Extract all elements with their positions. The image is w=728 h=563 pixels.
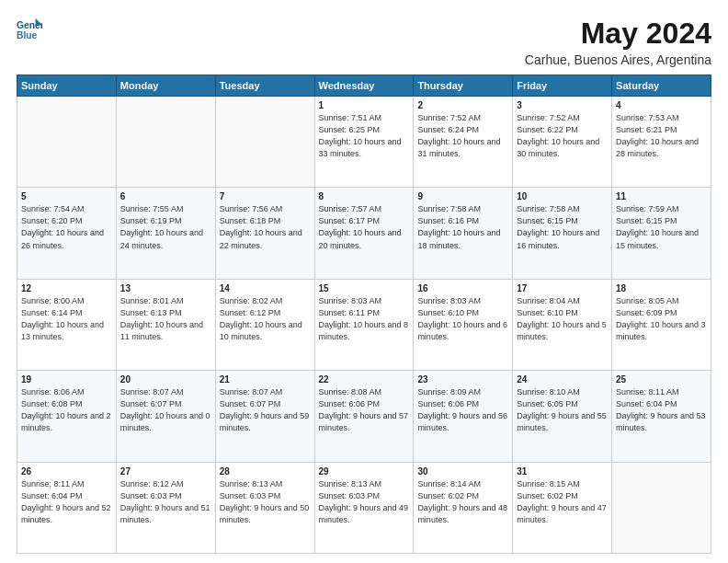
- sunset-text: Sunset: 6:24 PM: [417, 125, 479, 134]
- day-number: 21: [220, 374, 311, 385]
- daylight-text: Daylight: 10 hours and 26 minutes.: [21, 228, 104, 249]
- sunset-text: Sunset: 6:18 PM: [220, 216, 281, 225]
- sunrise-text: Sunrise: 8:12 AM: [120, 479, 184, 488]
- cell-w4-d1: 19 Sunrise: 8:06 AM Sunset: 6:08 PM Dayl…: [17, 371, 117, 462]
- day-info: Sunrise: 7:59 AM Sunset: 6:15 PM Dayligh…: [616, 203, 707, 251]
- day-info: Sunrise: 8:10 AM Sunset: 6:05 PM Dayligh…: [517, 386, 608, 434]
- cell-w1-d6: 3 Sunrise: 7:52 AM Sunset: 6:22 PM Dayli…: [513, 97, 612, 188]
- cell-w1-d2: [116, 97, 215, 188]
- cell-w4-d3: 21 Sunrise: 8:07 AM Sunset: 6:07 PM Dayl…: [215, 371, 314, 462]
- sunset-text: Sunset: 6:11 PM: [319, 308, 381, 317]
- sunrise-text: Sunrise: 7:58 AM: [517, 204, 580, 213]
- sunrise-text: Sunrise: 7:52 AM: [517, 113, 580, 122]
- day-info: Sunrise: 8:15 AM Sunset: 6:02 PM Dayligh…: [517, 478, 608, 526]
- daylight-text: Daylight: 10 hours and 30 minutes.: [517, 137, 599, 158]
- sunrise-text: Sunrise: 7:53 AM: [616, 113, 679, 122]
- sunrise-text: Sunrise: 7:52 AM: [417, 113, 481, 122]
- sunrise-text: Sunrise: 8:14 AM: [417, 479, 481, 488]
- day-number: 8: [319, 191, 410, 201]
- week-row-2: 5 Sunrise: 7:54 AM Sunset: 6:20 PM Dayli…: [17, 188, 711, 279]
- sunrise-text: Sunrise: 8:03 AM: [319, 296, 382, 305]
- day-info: Sunrise: 8:00 AM Sunset: 6:14 PM Dayligh…: [21, 295, 112, 343]
- day-number: 14: [220, 283, 311, 293]
- daylight-text: Daylight: 10 hours and 5 minutes.: [517, 320, 607, 341]
- cell-w1-d3: [215, 97, 314, 188]
- day-info: Sunrise: 8:05 AM Sunset: 6:09 PM Dayligh…: [616, 295, 707, 343]
- cell-w4-d2: 20 Sunrise: 8:07 AM Sunset: 6:07 PM Dayl…: [116, 371, 215, 462]
- week-row-4: 19 Sunrise: 8:06 AM Sunset: 6:08 PM Dayl…: [17, 371, 711, 462]
- sunset-text: Sunset: 6:22 PM: [517, 125, 578, 134]
- daylight-text: Daylight: 9 hours and 49 minutes.: [319, 503, 409, 524]
- sunrise-text: Sunrise: 8:13 AM: [319, 479, 382, 488]
- day-info: Sunrise: 8:13 AM Sunset: 6:03 PM Dayligh…: [319, 478, 410, 526]
- cell-w1-d7: 4 Sunrise: 7:53 AM Sunset: 6:21 PM Dayli…: [612, 97, 711, 188]
- day-info: Sunrise: 8:08 AM Sunset: 6:06 PM Dayligh…: [319, 386, 410, 434]
- day-number: 18: [616, 283, 707, 293]
- daylight-text: Daylight: 10 hours and 11 minutes.: [120, 320, 203, 341]
- col-friday: Friday: [513, 75, 612, 97]
- cell-w2-d2: 6 Sunrise: 7:55 AM Sunset: 6:19 PM Dayli…: [116, 188, 215, 279]
- sunrise-text: Sunrise: 7:51 AM: [319, 113, 382, 122]
- sunrise-text: Sunrise: 7:59 AM: [616, 204, 679, 213]
- daylight-text: Daylight: 9 hours and 53 minutes.: [616, 411, 706, 432]
- calendar-header-row: Sunday Monday Tuesday Wednesday Thursday…: [17, 75, 711, 97]
- sunset-text: Sunset: 6:14 PM: [21, 308, 83, 317]
- logo: General Blue: [17, 17, 42, 42]
- day-info: Sunrise: 7:53 AM Sunset: 6:21 PM Dayligh…: [616, 112, 707, 160]
- cell-w3-d1: 12 Sunrise: 8:00 AM Sunset: 6:14 PM Dayl…: [17, 279, 117, 370]
- day-info: Sunrise: 8:06 AM Sunset: 6:08 PM Dayligh…: [21, 386, 112, 434]
- day-number: 3: [517, 100, 608, 110]
- day-info: Sunrise: 7:52 AM Sunset: 6:22 PM Dayligh…: [517, 112, 608, 160]
- daylight-text: Daylight: 10 hours and 10 minutes.: [220, 320, 302, 341]
- daylight-text: Daylight: 10 hours and 22 minutes.: [220, 228, 302, 249]
- cell-w1-d1: [17, 97, 117, 188]
- sunrise-text: Sunrise: 8:15 AM: [517, 479, 580, 488]
- sunset-text: Sunset: 6:15 PM: [616, 216, 677, 225]
- day-info: Sunrise: 7:58 AM Sunset: 6:16 PM Dayligh…: [417, 203, 508, 251]
- cell-w1-d4: 1 Sunrise: 7:51 AM Sunset: 6:25 PM Dayli…: [314, 97, 414, 188]
- day-number: 13: [120, 283, 211, 293]
- daylight-text: Daylight: 10 hours and 6 minutes.: [417, 320, 507, 341]
- day-info: Sunrise: 7:56 AM Sunset: 6:18 PM Dayligh…: [220, 203, 311, 251]
- day-info: Sunrise: 7:55 AM Sunset: 6:19 PM Dayligh…: [120, 203, 211, 251]
- calendar-table: Sunday Monday Tuesday Wednesday Thursday…: [17, 75, 711, 554]
- logo-icon: General Blue: [17, 17, 42, 42]
- sunset-text: Sunset: 6:09 PM: [616, 308, 677, 317]
- day-number: 16: [417, 283, 508, 293]
- sunset-text: Sunset: 6:21 PM: [616, 125, 677, 134]
- daylight-text: Daylight: 10 hours and 2 minutes.: [21, 411, 111, 432]
- day-info: Sunrise: 8:09 AM Sunset: 6:06 PM Dayligh…: [417, 386, 508, 434]
- day-number: 20: [120, 374, 211, 385]
- sunrise-text: Sunrise: 8:03 AM: [417, 296, 481, 305]
- daylight-text: Daylight: 10 hours and 8 minutes.: [319, 320, 409, 341]
- day-number: 5: [21, 191, 112, 201]
- sunset-text: Sunset: 6:04 PM: [21, 491, 83, 500]
- day-info: Sunrise: 8:13 AM Sunset: 6:03 PM Dayligh…: [220, 478, 311, 526]
- day-number: 29: [319, 466, 410, 477]
- day-info: Sunrise: 8:14 AM Sunset: 6:02 PM Dayligh…: [417, 478, 508, 526]
- day-number: 27: [120, 466, 211, 477]
- week-row-5: 26 Sunrise: 8:11 AM Sunset: 6:04 PM Dayl…: [17, 462, 711, 553]
- day-number: 11: [616, 191, 707, 201]
- daylight-text: Daylight: 9 hours and 48 minutes.: [417, 503, 507, 524]
- daylight-text: Daylight: 9 hours and 51 minutes.: [120, 503, 210, 524]
- cell-w4-d7: 25 Sunrise: 8:11 AM Sunset: 6:04 PM Dayl…: [612, 371, 711, 462]
- sunset-text: Sunset: 6:19 PM: [120, 216, 182, 225]
- sunset-text: Sunset: 6:03 PM: [120, 491, 182, 500]
- day-info: Sunrise: 7:57 AM Sunset: 6:17 PM Dayligh…: [319, 203, 410, 251]
- cell-w4-d5: 23 Sunrise: 8:09 AM Sunset: 6:06 PM Dayl…: [414, 371, 513, 462]
- daylight-text: Daylight: 9 hours and 47 minutes.: [517, 503, 607, 524]
- day-info: Sunrise: 8:11 AM Sunset: 6:04 PM Dayligh…: [21, 478, 112, 526]
- daylight-text: Daylight: 10 hours and 24 minutes.: [120, 228, 203, 249]
- sunrise-text: Sunrise: 8:11 AM: [21, 479, 85, 488]
- title-block: May 2024 Carhue, Buenos Aires, Argentina: [525, 17, 711, 67]
- cell-w3-d3: 14 Sunrise: 8:02 AM Sunset: 6:12 PM Dayl…: [215, 279, 314, 370]
- day-number: 22: [319, 374, 410, 385]
- day-number: 26: [21, 466, 112, 477]
- daylight-text: Daylight: 9 hours and 55 minutes.: [517, 411, 607, 432]
- day-info: Sunrise: 7:54 AM Sunset: 6:20 PM Dayligh…: [21, 203, 112, 251]
- day-number: 19: [21, 374, 112, 385]
- day-info: Sunrise: 8:07 AM Sunset: 6:07 PM Dayligh…: [120, 386, 211, 434]
- sunrise-text: Sunrise: 7:57 AM: [319, 204, 382, 213]
- sunset-text: Sunset: 6:07 PM: [120, 399, 182, 408]
